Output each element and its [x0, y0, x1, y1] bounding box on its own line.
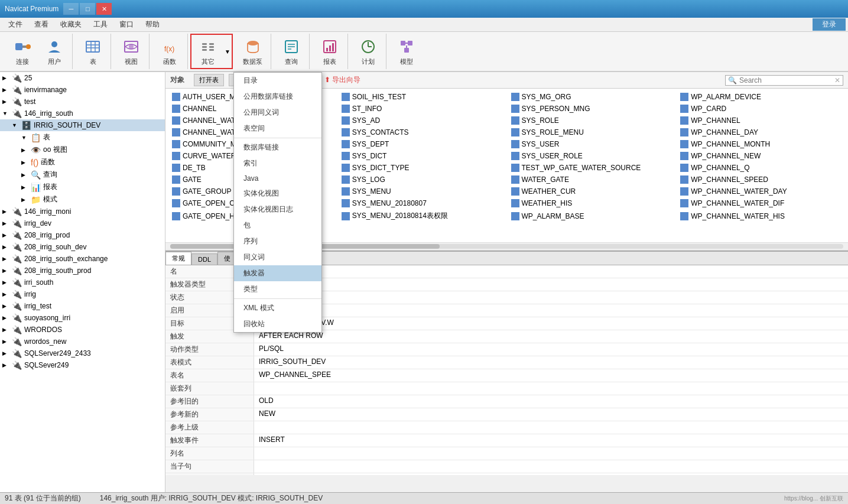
dd-item-sequence[interactable]: 序列: [234, 233, 321, 249]
dd-item-package[interactable]: 包: [234, 217, 321, 233]
dd-item-mview-log[interactable]: 实体化视图日志: [234, 201, 321, 217]
dd-item-tablespace[interactable]: 表空间: [234, 121, 321, 136]
dd-item-java[interactable]: Java: [234, 171, 321, 186]
dd-item-catalog[interactable]: 目录: [234, 73, 321, 89]
dd-item-index[interactable]: 索引: [234, 155, 321, 171]
dd-item-type[interactable]: 类型: [234, 281, 321, 297]
dropdown-menu: 目录 公用数据库链接 公用同义词 表空间 数据库链接 索引 Java 实体化视图…: [233, 72, 322, 333]
dd-item-mview[interactable]: 实体化视图: [234, 186, 321, 201]
dd-separator-2: [234, 298, 321, 299]
dd-item-recycle[interactable]: 回收站: [234, 316, 321, 332]
dd-item-trigger[interactable]: 触发器: [234, 265, 321, 281]
dd-separator-1: [234, 138, 321, 138]
dd-item-db-link[interactable]: 数据库链接: [234, 139, 321, 155]
dd-item-xml-schema[interactable]: XML 模式: [234, 300, 321, 316]
dd-item-public-synonym[interactable]: 公用同义词: [234, 105, 321, 121]
dd-item-public-db-link[interactable]: 公用数据库链接: [234, 89, 321, 105]
dropdown-overlay[interactable]: [0, 0, 848, 504]
dd-item-synonym[interactable]: 同义词: [234, 249, 321, 265]
